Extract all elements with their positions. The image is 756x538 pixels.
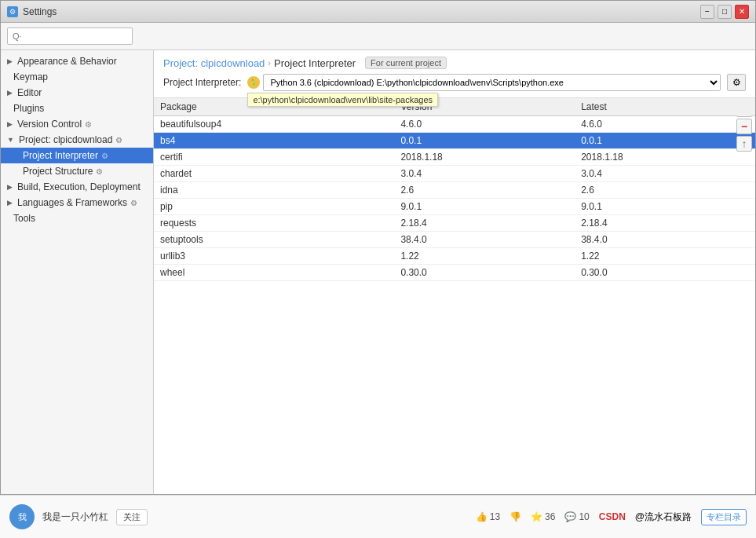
table-row[interactable]: certifi2018.1.182018.1.18 bbox=[154, 149, 755, 166]
titlebar: ⚙ Settings − □ ✕ bbox=[1, 1, 755, 23]
sidebar-item-keymap[interactable]: Keymap bbox=[1, 69, 153, 85]
interpreter-gear-button[interactable]: ⚙ bbox=[727, 74, 746, 91]
tag-directory-button[interactable]: 专栏目录 bbox=[701, 509, 747, 525]
table-row[interactable]: urllib31.221.22 bbox=[154, 248, 755, 265]
cell-version: 3.0.4 bbox=[394, 166, 575, 182]
cell-package: idna bbox=[154, 182, 394, 199]
breadcrumb-project[interactable]: Project: clpicdownload bbox=[163, 57, 265, 69]
sidebar-item-label: Languages & Frameworks bbox=[17, 197, 127, 208]
sidebar-item-version-control[interactable]: ▶ Version Control ⚙ bbox=[1, 116, 153, 132]
sidebar-item-build[interactable]: ▶ Build, Execution, Deployment bbox=[1, 179, 153, 195]
chevron-right-icon: ▶ bbox=[7, 199, 13, 207]
stars-item[interactable]: ⭐ 36 bbox=[531, 511, 555, 522]
for-project-badge: For current project bbox=[365, 57, 447, 69]
cell-latest: 2018.1.18 bbox=[575, 149, 755, 166]
cell-package: requests bbox=[154, 215, 394, 232]
avatar: 我 bbox=[9, 504, 35, 529]
remove-package-button[interactable]: − bbox=[736, 119, 752, 134]
close-button[interactable]: ✕ bbox=[735, 5, 749, 19]
table-row[interactable]: beautifulsoup44.6.04.6.0 bbox=[154, 116, 755, 133]
search-bar bbox=[1, 23, 755, 50]
stars-count: 36 bbox=[545, 511, 555, 522]
cell-version: 9.0.1 bbox=[394, 199, 575, 215]
settings-small-icon: ⚙ bbox=[101, 152, 108, 160]
table-row[interactable]: setuptools38.4.038.4.0 bbox=[154, 232, 755, 248]
sidebar-item-plugins[interactable]: Plugins bbox=[1, 101, 153, 116]
titlebar-title: ⚙ Settings bbox=[7, 6, 57, 17]
settings-small-icon: ⚙ bbox=[96, 167, 103, 176]
interpreter-select[interactable]: Python 3.6 (clpicdownload) E:\python\clp… bbox=[263, 74, 721, 91]
cell-latest: 1.22 bbox=[575, 248, 755, 265]
csdn-logo: CSDN bbox=[599, 511, 626, 522]
sidebar-item-appearance[interactable]: ▶ Appearance & Behavior bbox=[1, 53, 153, 69]
chevron-right-icon: ▶ bbox=[7, 89, 13, 97]
sidebar-item-project[interactable]: ▼ Project: clpicdownload ⚙ bbox=[1, 132, 153, 148]
tooltip-popup: e:\python\clpicdownload\venv\lib\site-pa… bbox=[247, 93, 438, 107]
search-input[interactable] bbox=[7, 27, 133, 45]
thumbs-down-icon: 👎 bbox=[509, 511, 521, 522]
watermark: @流水石板路 bbox=[635, 511, 692, 524]
breadcrumb-current: Project Interpreter bbox=[274, 57, 356, 69]
chevron-right-icon: ▶ bbox=[7, 183, 13, 191]
cell-package: beautifulsoup4 bbox=[154, 116, 394, 133]
table-row[interactable]: requests2.18.42.18.4 bbox=[154, 215, 755, 232]
upgrade-package-button[interactable]: ↑ bbox=[736, 136, 752, 152]
cell-latest: 3.0.4 bbox=[575, 166, 755, 182]
cell-version: 4.6.0 bbox=[394, 116, 575, 133]
package-table: Package Version Latest beautifulsoup44.6… bbox=[154, 98, 755, 281]
cell-version: 2018.1.18 bbox=[394, 149, 575, 166]
package-table-wrapper: Package Version Latest beautifulsoup44.6… bbox=[154, 98, 755, 494]
cell-latest: 0.30.0 bbox=[575, 265, 755, 281]
cell-package: wheel bbox=[154, 265, 394, 281]
table-row[interactable]: wheel0.30.00.30.0 bbox=[154, 265, 755, 281]
follow-button[interactable]: 关注 bbox=[116, 509, 148, 525]
cell-package: pip bbox=[154, 199, 394, 215]
thumbs-up-icon: 👍 bbox=[476, 511, 488, 522]
author-name: 我是一只小竹杠 bbox=[42, 511, 108, 524]
comments-count: 10 bbox=[579, 511, 589, 522]
cell-package: chardet bbox=[154, 166, 394, 182]
settings-small-icon: ⚙ bbox=[130, 199, 137, 207]
table-header-row: Package Version Latest bbox=[154, 98, 755, 116]
likes-item[interactable]: 👍 13 bbox=[476, 511, 500, 522]
cell-latest: 38.4.0 bbox=[575, 232, 755, 248]
content-header: Project: clpicdownload › Project Interpr… bbox=[154, 50, 755, 98]
main-layout: ▶ Appearance & Behavior Keymap ▶ Editor … bbox=[1, 50, 755, 494]
sidebar-item-project-structure[interactable]: Project Structure ⚙ bbox=[1, 163, 153, 179]
table-row[interactable]: chardet3.0.43.0.4 bbox=[154, 166, 755, 182]
sidebar-item-label: Build, Execution, Deployment bbox=[17, 181, 141, 192]
comments-item[interactable]: 💬 10 bbox=[564, 511, 589, 522]
cell-latest: 2.18.4 bbox=[575, 215, 755, 232]
table-row[interactable]: idna2.62.6 bbox=[154, 182, 755, 199]
cell-version: 0.30.0 bbox=[394, 265, 575, 281]
cell-latest: 9.0.1 bbox=[575, 199, 755, 215]
cell-version: 0.0.1 bbox=[394, 133, 575, 149]
sidebar-item-project-interpreter[interactable]: Project Interpreter ⚙ bbox=[1, 148, 153, 163]
maximize-button[interactable]: □ bbox=[718, 5, 732, 19]
content-area: Project: clpicdownload › Project Interpr… bbox=[154, 50, 755, 494]
sidebar-item-tools[interactable]: Tools bbox=[1, 210, 153, 226]
likes-count: 13 bbox=[490, 511, 500, 522]
titlebar-controls: − □ ✕ bbox=[700, 5, 749, 19]
cell-version: 38.4.0 bbox=[394, 232, 575, 248]
sidebar: ▶ Appearance & Behavior Keymap ▶ Editor … bbox=[1, 50, 154, 494]
window-title: Settings bbox=[23, 6, 57, 17]
cell-version: 2.6 bbox=[394, 182, 575, 199]
dislikes-item[interactable]: 👎 bbox=[509, 511, 521, 522]
sidebar-item-editor[interactable]: ▶ Editor bbox=[1, 85, 153, 101]
chevron-right-icon: ▶ bbox=[7, 57, 13, 65]
sidebar-item-label: Plugins bbox=[13, 103, 44, 114]
interpreter-select-wrapper: 🐍 Python 3.6 (clpicdownload) E:\python\c… bbox=[247, 74, 721, 91]
breadcrumb: Project: clpicdownload › Project Interpr… bbox=[163, 57, 746, 69]
col-header-latest: Latest bbox=[575, 98, 755, 116]
cell-latest: 4.6.0 bbox=[575, 116, 755, 133]
sidebar-item-label: Project Structure bbox=[23, 166, 93, 177]
star-icon: ⭐ bbox=[531, 511, 542, 522]
minimize-button[interactable]: − bbox=[700, 5, 714, 19]
cell-version: 1.22 bbox=[394, 248, 575, 265]
chevron-right-icon: ▶ bbox=[7, 120, 13, 128]
table-row[interactable]: pip9.0.19.0.1 bbox=[154, 199, 755, 215]
table-row[interactable]: bs40.0.10.0.1 bbox=[154, 133, 755, 149]
breadcrumb-separator: › bbox=[268, 58, 271, 68]
sidebar-item-languages[interactable]: ▶ Languages & Frameworks ⚙ bbox=[1, 195, 153, 210]
